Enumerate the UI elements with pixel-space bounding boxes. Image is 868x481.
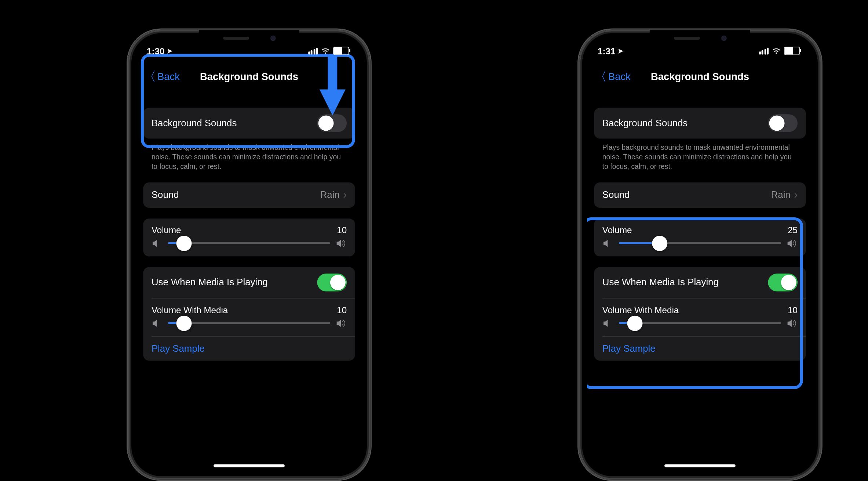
play-sample-button[interactable]: Play Sample bbox=[143, 337, 355, 361]
back-label: Back bbox=[608, 71, 631, 83]
page-title: Background Sounds bbox=[651, 71, 749, 83]
chevron-right-icon: › bbox=[794, 189, 798, 201]
bg-sounds-description: Plays background sounds to mask unwanted… bbox=[143, 138, 355, 171]
group-sound-picker: Sound Rain› bbox=[594, 182, 806, 207]
down-arrow-icon bbox=[318, 56, 347, 115]
row-sound[interactable]: Sound Rain› bbox=[594, 182, 806, 207]
phone-1: 1:30➤ 〈Back Background Sounds Background… bbox=[128, 30, 370, 480]
status-bar: 1:31➤ bbox=[587, 38, 813, 64]
phone-2: 1:31➤ 〈Back Background Sounds Background… bbox=[579, 30, 821, 480]
cellular-icon bbox=[308, 48, 318, 54]
battery-icon bbox=[784, 47, 800, 55]
sound-value: Rain bbox=[320, 189, 340, 200]
row-background-sounds[interactable]: Background Sounds bbox=[594, 108, 806, 139]
wifi-icon bbox=[772, 47, 781, 54]
nav-bar: 〈Back Background Sounds bbox=[587, 64, 813, 90]
speaker-high-icon bbox=[336, 238, 347, 248]
media-toggle[interactable] bbox=[317, 273, 347, 291]
home-indicator[interactable] bbox=[664, 464, 736, 467]
sound-label: Sound bbox=[602, 189, 630, 200]
group-volume: Volume10 bbox=[143, 218, 355, 256]
volume-label: Volume bbox=[152, 225, 181, 235]
speaker-low-icon bbox=[152, 318, 162, 328]
media-volume-slider[interactable] bbox=[594, 315, 806, 336]
group-media: Use When Media Is Playing Volume With Me… bbox=[594, 267, 806, 361]
bg-sounds-label: Background Sounds bbox=[152, 118, 237, 129]
row-sound[interactable]: Sound Rain› bbox=[143, 182, 355, 207]
sound-value: Rain bbox=[771, 189, 791, 200]
play-sample-button[interactable]: Play Sample bbox=[594, 337, 806, 361]
home-indicator[interactable] bbox=[214, 464, 285, 467]
media-volume-label: Volume With Media bbox=[152, 305, 228, 315]
speaker-low-icon bbox=[602, 318, 613, 328]
speaker-low-icon bbox=[152, 238, 162, 248]
row-use-when-media[interactable]: Use When Media Is Playing bbox=[594, 267, 806, 298]
cellular-icon bbox=[759, 48, 769, 54]
speaker-high-icon bbox=[787, 238, 798, 248]
location-icon: ➤ bbox=[167, 47, 172, 55]
volume-slider[interactable] bbox=[594, 235, 806, 256]
volume-value: 25 bbox=[788, 225, 798, 235]
speaker-low-icon bbox=[602, 238, 613, 248]
media-label: Use When Media Is Playing bbox=[602, 277, 719, 287]
media-label: Use When Media Is Playing bbox=[152, 277, 268, 287]
battery-icon bbox=[333, 47, 349, 55]
group-background-toggle: Background Sounds bbox=[594, 108, 806, 139]
media-volume-slider[interactable] bbox=[143, 315, 355, 336]
volume-slider[interactable] bbox=[143, 235, 355, 256]
location-icon: ➤ bbox=[618, 47, 623, 55]
volume-value: 10 bbox=[337, 225, 347, 235]
media-volume-value: 10 bbox=[788, 305, 798, 315]
page-title: Background Sounds bbox=[200, 71, 298, 83]
chevron-left-icon: 〈 bbox=[594, 70, 607, 83]
group-sound-picker: Sound Rain› bbox=[143, 182, 355, 207]
status-time: 1:30 bbox=[147, 46, 164, 56]
group-volume: Volume25 bbox=[594, 218, 806, 256]
volume-label: Volume bbox=[602, 225, 632, 235]
media-volume-label: Volume With Media bbox=[602, 305, 679, 315]
media-toggle[interactable] bbox=[768, 273, 798, 291]
media-volume-value: 10 bbox=[337, 305, 347, 315]
back-label: Back bbox=[157, 71, 180, 83]
bg-sounds-toggle[interactable] bbox=[317, 114, 347, 132]
back-button[interactable]: 〈Back bbox=[140, 68, 183, 86]
back-button[interactable]: 〈Back bbox=[591, 68, 634, 86]
bg-sounds-description: Plays background sounds to mask unwanted… bbox=[594, 138, 806, 171]
speaker-high-icon bbox=[787, 318, 798, 328]
group-media: Use When Media Is Playing Volume With Me… bbox=[143, 267, 355, 361]
speaker-high-icon bbox=[336, 318, 347, 328]
bg-sounds-label: Background Sounds bbox=[602, 118, 688, 129]
chevron-right-icon: › bbox=[343, 189, 347, 201]
bg-sounds-toggle[interactable] bbox=[768, 114, 798, 132]
row-use-when-media[interactable]: Use When Media Is Playing bbox=[143, 267, 355, 298]
status-time: 1:31 bbox=[598, 46, 615, 56]
chevron-left-icon: 〈 bbox=[143, 70, 156, 83]
wifi-icon bbox=[321, 47, 330, 54]
sound-label: Sound bbox=[152, 189, 179, 200]
